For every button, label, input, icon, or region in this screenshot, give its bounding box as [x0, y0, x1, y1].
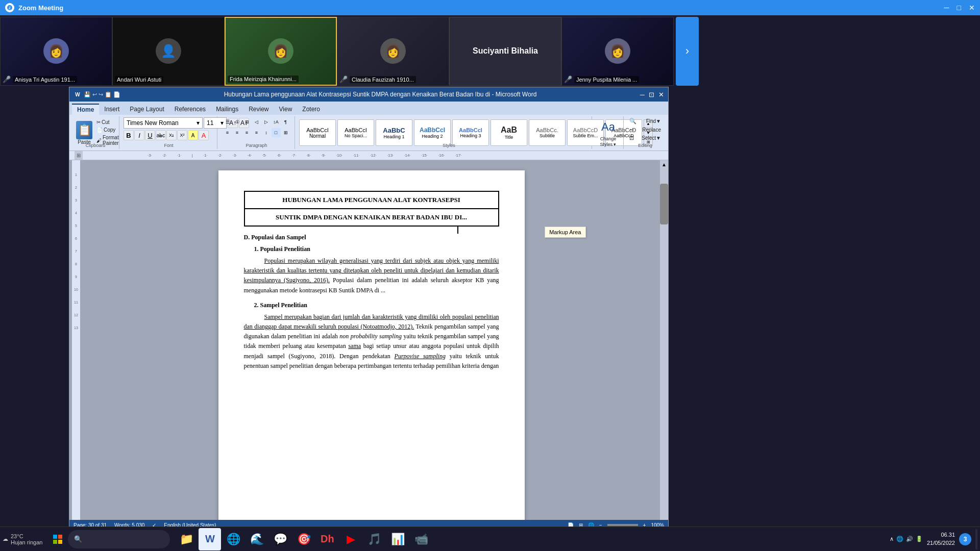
maximize-button[interactable]: □: [957, 4, 961, 12]
bullets-button[interactable]: ☰: [223, 117, 232, 127]
system-tray-icons: ∧ 🌐 🔊 🔋: [890, 536, 923, 542]
style-heading2[interactable]: AaBbCcI Heading 2: [414, 119, 451, 146]
taskbar-app-chrome[interactable]: 🌐: [222, 528, 244, 550]
tab-review[interactable]: Review: [243, 104, 274, 115]
editing-label: Editing: [625, 143, 666, 148]
replace-button[interactable]: ↔ Replace: [628, 126, 663, 133]
style-title[interactable]: AaB Title: [491, 119, 527, 146]
taskbar-search[interactable]: 🔍: [68, 530, 170, 548]
taskbar-app-unknown1[interactable]: 🎯: [292, 528, 315, 550]
participant-thumbnail-4[interactable]: 👩 🎤 Claudia Fauzizah 1910...: [337, 17, 449, 86]
show-marks-button[interactable]: ¶: [281, 117, 290, 127]
vertical-scrollbar[interactable]: ▲ ▼: [660, 160, 668, 541]
style-heading3[interactable]: AaBbCcI Heading 3: [452, 119, 489, 146]
close-button[interactable]: ✕: [969, 4, 975, 12]
styles-group: AaBbCcI Normal AaBbCcI No Spaci... AaBbC…: [296, 116, 592, 149]
ribbon-body: 📋 Paste ✂ Cut 📄 Copy 🖌 Format Painter Cl…: [69, 115, 668, 151]
weather-text: 23°C Hujan ringan: [11, 533, 42, 545]
bold-button[interactable]: B: [124, 130, 134, 140]
taskbar-app-files[interactable]: 📁: [175, 528, 198, 550]
align-center-button[interactable]: ≡: [233, 128, 242, 137]
word-close-button[interactable]: ✕: [658, 91, 664, 98]
line-spacing-button[interactable]: ↕: [262, 128, 271, 137]
change-styles-icon[interactable]: Aа: [600, 118, 616, 136]
style-heading1[interactable]: AaBbC Heading 1: [376, 119, 412, 146]
doc-section-1: 1. Populasi Penelitian: [254, 245, 499, 253]
avatar-3: 👩: [268, 38, 293, 64]
justify-button[interactable]: ≡: [252, 128, 261, 137]
underline-button[interactable]: U: [145, 130, 155, 140]
word-minimize-button[interactable]: ─: [640, 91, 645, 98]
align-left-button[interactable]: ≡: [223, 128, 232, 137]
italic-button[interactable]: I: [134, 130, 144, 140]
taskbar-app-edge[interactable]: 🌊: [246, 528, 268, 550]
tab-mailings[interactable]: Mailings: [211, 104, 243, 115]
clipboard-label: Clipboard: [72, 143, 119, 148]
paste-icon: 📋: [76, 121, 92, 139]
tab-home[interactable]: Home: [72, 104, 99, 115]
tab-view[interactable]: View: [274, 104, 298, 115]
style-subtitle[interactable]: AaBbCc. Subtitle: [529, 119, 566, 146]
word-window-controls: ─ ⊡ ✕: [640, 91, 664, 98]
style-no-spacing[interactable]: AaBbCcI No Spaci...: [337, 119, 374, 146]
select-button[interactable]: ⊡ Select▼: [628, 134, 663, 142]
decrease-indent-button[interactable]: ◁: [252, 117, 261, 127]
align-right-button[interactable]: ≡: [242, 128, 252, 137]
shading-button[interactable]: □: [272, 128, 281, 137]
superscript-button[interactable]: X²: [177, 130, 187, 140]
change-styles-label: ChangeStyles ▾: [600, 136, 616, 147]
taskbar-app-zoom[interactable]: 📹: [410, 528, 432, 550]
taskbar-app-whatsapp[interactable]: 💬: [269, 528, 291, 550]
numbering-button[interactable]: ①: [233, 117, 242, 127]
taskbar-app-word[interactable]: W: [199, 528, 221, 550]
taskbar-app-youtube[interactable]: ▶: [339, 528, 362, 550]
notification-badge[interactable]: 3: [959, 533, 971, 545]
subscript-button[interactable]: X₂: [166, 130, 177, 140]
volume-icon[interactable]: 🔊: [906, 536, 913, 542]
copy-button[interactable]: 📄 Copy: [95, 127, 120, 133]
taskbar-app-spotify[interactable]: 🎵: [363, 528, 385, 550]
tab-references[interactable]: References: [169, 104, 211, 115]
border-button[interactable]: ⊞: [281, 128, 290, 137]
text-highlight-button[interactable]: A: [188, 130, 198, 140]
chevron-up-icon[interactable]: ∧: [890, 536, 894, 542]
font-color-button[interactable]: A: [199, 130, 209, 140]
show-desktop-button[interactable]: [975, 529, 977, 549]
tab-page-layout[interactable]: Page Layout: [125, 104, 169, 115]
scroll-up-button[interactable]: ▲: [660, 160, 668, 168]
taskbar-app-presentation[interactable]: 📊: [386, 528, 409, 550]
window-controls: ─ □ ✕: [944, 4, 975, 12]
increase-indent-button[interactable]: ▷: [262, 117, 271, 127]
change-styles-group: Aа ChangeStyles ▾: [593, 116, 624, 149]
participant-name-1: Anisya Tri Agustin 191...: [13, 76, 77, 83]
sort-button[interactable]: ↕A: [272, 117, 281, 127]
start-button[interactable]: [47, 529, 68, 549]
find-button[interactable]: 🔍 Find▼: [628, 117, 663, 125]
document-scroll-area: HUBUNGAN LAMA PENGGUNAAN ALAT KONTRASEPS…: [83, 160, 660, 541]
battery-icon[interactable]: 🔋: [916, 536, 923, 542]
font-name-selector[interactable]: Times New Roman ▾: [124, 117, 203, 129]
tab-zotero[interactable]: Zotero: [297, 104, 325, 115]
paste-button[interactable]: 📋 Paste: [75, 120, 93, 146]
paragraph-row-1: ☰ ① ⊞ ◁ ▷ ↕A ¶: [223, 117, 290, 127]
minimize-button[interactable]: ─: [944, 4, 949, 12]
video-next-button[interactable]: ›: [676, 17, 699, 86]
tab-insert[interactable]: Insert: [99, 104, 125, 115]
style-normal[interactable]: AaBbCcI Normal: [299, 119, 336, 146]
participant-thumbnail-1[interactable]: 👩 🎤 Anisya Tri Agustin 191...: [0, 17, 112, 86]
word-restore-button[interactable]: ⊡: [649, 91, 654, 98]
participant-thumbnail-3[interactable]: 👩 Frida Meirizqia Khairunni...: [225, 17, 337, 86]
multilevel-button[interactable]: ⊞: [242, 117, 252, 127]
strikethrough-button[interactable]: ab̶c: [156, 130, 166, 140]
network-icon[interactable]: 🌐: [896, 536, 903, 542]
participant-thumbnail-6[interactable]: 👩 🎤 Jenny Puspita Milenia ...: [561, 17, 674, 86]
avatar-1: 👩: [43, 38, 69, 64]
taskbar-clock[interactable]: 06.31 21/05/2022: [927, 531, 955, 547]
cut-button[interactable]: ✂ Cut: [95, 119, 120, 126]
participant-thumbnail-2[interactable]: 👤 Andari Wuri Astuti: [112, 17, 225, 86]
ruler-marks: ·3··2··1·|·1··2··3··4··5··6··7··8··9··10…: [145, 153, 660, 158]
participant-panel-5[interactable]: Suciyanti Bihalia: [449, 17, 561, 86]
scroll-thumb[interactable]: [660, 184, 668, 224]
zoom-slider[interactable]: [607, 524, 638, 526]
taskbar-app-dhgate[interactable]: Dh: [316, 528, 338, 550]
